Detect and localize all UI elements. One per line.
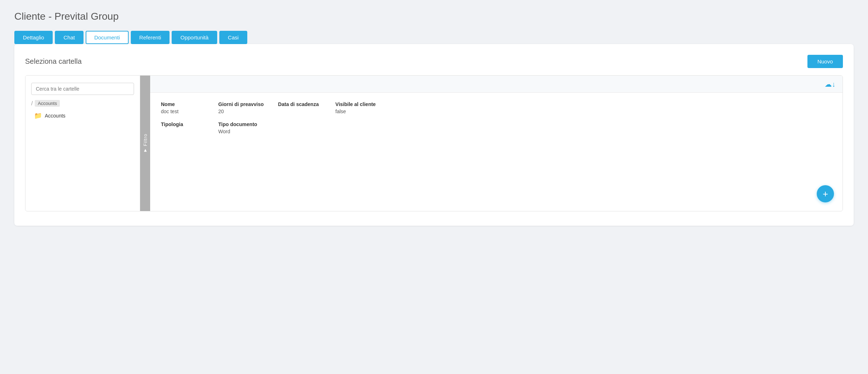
- breadcrumb-slash: /: [31, 100, 33, 107]
- nuovo-button[interactable]: Nuovo: [807, 55, 843, 68]
- card-section-title: Seleziona cartella: [25, 57, 82, 66]
- doc-field-tipo-documento: Tipo documento Word: [218, 121, 261, 134]
- doc-field-tipologia: Tipologia: [161, 121, 204, 134]
- download-icon[interactable]: ☁↓: [825, 80, 835, 88]
- folder-icon: 📁: [34, 112, 42, 120]
- content-area: / Accounts 📁 Accounts ▼ Filtro ☁↓: [25, 75, 843, 211]
- doc-value-nome: doc test: [161, 109, 204, 114]
- tab-casi[interactable]: Casi: [219, 31, 247, 44]
- filter-label: Filtro: [143, 134, 148, 146]
- fab-add-button[interactable]: +: [817, 185, 834, 202]
- doc-label-visibile: Visibile al cliente: [335, 101, 378, 107]
- doc-label-nome: Nome: [161, 101, 204, 107]
- tabs-bar: Dettaglio Chat Documenti Referenti Oppor…: [14, 31, 854, 44]
- breadcrumb-badge[interactable]: Accounts: [35, 100, 59, 107]
- card-header: Seleziona cartella Nuovo: [25, 55, 843, 68]
- doc-label-giorni: Giorni di preavviso: [218, 101, 264, 107]
- tab-chat[interactable]: Chat: [55, 31, 84, 44]
- folder-panel: / Accounts 📁 Accounts: [25, 76, 140, 211]
- doc-field-nome: Nome doc test: [161, 101, 204, 114]
- doc-value-giorni: 20: [218, 109, 264, 114]
- main-card: Seleziona cartella Nuovo / Accounts 📁 Ac…: [14, 44, 854, 226]
- tab-opportunita[interactable]: Opportunità: [172, 31, 217, 44]
- doc-label-tipo-documento: Tipo documento: [218, 121, 261, 127]
- doc-field-visibile: Visibile al cliente false: [335, 101, 378, 114]
- tab-referenti[interactable]: Referenti: [131, 31, 170, 44]
- filter-tab-label: ▼ Filtro: [143, 130, 148, 157]
- folder-item[interactable]: 📁 Accounts: [31, 110, 134, 121]
- doc-field-giorni: Giorni di preavviso 20: [218, 101, 264, 114]
- breadcrumb: / Accounts: [31, 100, 134, 107]
- filter-tab[interactable]: ▼ Filtro: [140, 76, 150, 211]
- doc-label-tipologia: Tipologia: [161, 121, 204, 127]
- tab-dettaglio[interactable]: Dettaglio: [14, 31, 53, 44]
- doc-row-2: Tipologia Tipo documento Word: [161, 121, 832, 134]
- doc-value-tipo-documento: Word: [218, 129, 261, 134]
- doc-field-scadenza: Data di scadenza: [278, 101, 321, 114]
- right-top-bar: ☁↓: [150, 76, 843, 93]
- page-title: Cliente - Prevital Group: [14, 11, 854, 22]
- page-wrapper: Cliente - Prevital Group Dettaglio Chat …: [0, 0, 868, 236]
- filter-icon: ▼: [143, 147, 148, 153]
- doc-row-1: Nome doc test Giorni di preavviso 20 Dat…: [161, 101, 832, 114]
- document-panel: ☁↓ Nome doc test Giorni di preavviso 20: [150, 76, 843, 211]
- document-info: Nome doc test Giorni di preavviso 20 Dat…: [150, 93, 843, 150]
- tab-documenti[interactable]: Documenti: [86, 31, 129, 44]
- search-input[interactable]: [31, 83, 134, 95]
- folder-name: Accounts: [45, 113, 66, 119]
- doc-value-visibile: false: [335, 109, 378, 114]
- doc-label-scadenza: Data di scadenza: [278, 101, 321, 107]
